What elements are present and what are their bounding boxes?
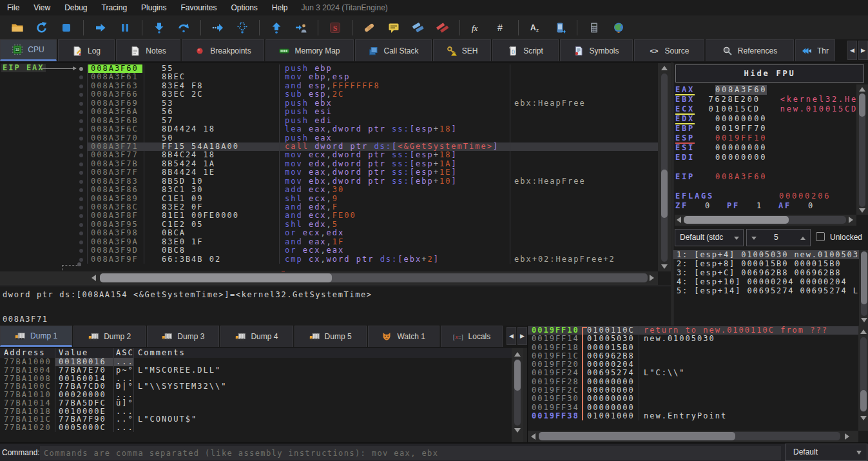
tab-locals[interactable]: [x=]Locals	[441, 326, 503, 347]
step-into-button[interactable]	[153, 21, 166, 34]
tab-scroll-right-button[interactable]: ▶	[858, 41, 868, 60]
stack-row[interactable]: 0019FF3400000000	[528, 404, 858, 412]
breakpoint-gutter[interactable]	[76, 99, 87, 108]
run-to-user-code-button[interactable]	[294, 21, 307, 34]
tab-source[interactable]: <>Source	[634, 39, 704, 61]
dump-row[interactable]: 77BA100477BA7E70p~°wL"MSCOREE.DLL"	[0, 366, 512, 375]
tab-seh[interactable]: !SEH	[433, 39, 491, 61]
menu-file[interactable]: File	[0, 0, 26, 15]
labels-button[interactable]	[412, 21, 425, 34]
command-mode-select[interactable]: Default	[785, 444, 867, 461]
breakpoint-gutter[interactable]	[76, 134, 87, 142]
tab-dump-1[interactable]: Dump 1	[0, 326, 72, 347]
disasm-row[interactable]: 008A3F778B4C24 18mov ecx,dword ptr ss:[e…	[0, 151, 658, 159]
disasm-row[interactable]: 008A3F6B57push edi	[0, 117, 658, 125]
step-into-source-button[interactable]	[236, 21, 249, 34]
breakpoint-gutter[interactable]	[76, 90, 87, 99]
stop-button[interactable]	[60, 21, 73, 34]
disasm-row[interactable]: 008A3F6383E4 F8and esp,FFFFFFF8	[0, 82, 658, 90]
breakpoint-gutter[interactable]	[76, 108, 87, 116]
menu-view[interactable]: View	[26, 0, 57, 15]
register-row-eip[interactable]: EIP008A3F60	[675, 172, 858, 182]
open-file-button[interactable]	[11, 21, 24, 34]
arguments-vertical-scrollbar[interactable]	[859, 250, 868, 326]
breakpoint-gutter[interactable]	[76, 195, 87, 203]
argument-row[interactable]: 2: [esp+8] 000015B0 000015B0	[673, 259, 859, 268]
disasm-row[interactable]: 008A3F6C8D4424 18lea eax,dword ptr ss:[e…	[0, 125, 658, 133]
breakpoint-gutter[interactable]	[76, 125, 87, 133]
stack-row[interactable]: 0019FF2800000000	[528, 378, 858, 386]
breakpoint-gutter[interactable]	[76, 151, 87, 159]
disasm-row[interactable]: 008A3F8F81E1 00FE0000and ecx,FE00	[0, 211, 658, 220]
menu-options[interactable]: Options	[224, 0, 264, 15]
disasm-row[interactable]: 008A3F95C1E2 05shl edx,5	[0, 221, 658, 229]
registers-horizontal-scrollbar[interactable]	[675, 215, 856, 226]
stack-row[interactable]: 0019FF18000015B0	[528, 344, 858, 352]
disasm-row[interactable]: 008A3F7050push eax	[0, 134, 658, 142]
disasm-row[interactable]: 008A3F7F8B4424 1Emov eax,dword ptr ss:[e…	[0, 168, 658, 177]
breakpoint-gutter[interactable]	[76, 160, 87, 168]
restart-button[interactable]	[35, 21, 48, 34]
disasm-row[interactable]: 008A3F8683C1 30add ecx,30	[0, 186, 658, 194]
disasm-row[interactable]: 008A3F6953push ebxebx:HeapFree	[0, 99, 658, 108]
stack-row[interactable]: 0019FF3801001000new.EntryPoint	[528, 412, 858, 420]
patches-button[interactable]	[363, 21, 376, 34]
menu-plugins[interactable]: Plugins	[134, 0, 173, 15]
register-row-ecx[interactable]: ECX010015CDnew.010015CD	[675, 104, 858, 114]
register-row-ebp[interactable]: EBP0019FF70	[675, 124, 858, 133]
stack-row[interactable]: 0019FF100100110Creturn to new.0100110C f…	[528, 326, 858, 335]
tab-dump-5[interactable]: Dump 5	[294, 326, 367, 347]
run-button[interactable]	[94, 21, 107, 34]
tab-script[interactable]: ()Script	[492, 39, 559, 61]
run-trace-button[interactable]	[211, 21, 224, 34]
execute-till-return-button[interactable]	[270, 21, 283, 34]
dump-tab-scroll-left-button[interactable]: ◀	[506, 327, 516, 345]
functions-button[interactable]: fx	[470, 21, 483, 34]
tab-breakpoints[interactable]: Breakpoints	[182, 39, 264, 61]
register-row-ebx[interactable]: EBX7628E200<kernel32.He	[675, 95, 858, 104]
breakpoint-gutter[interactable]	[76, 211, 87, 220]
register-row-esp[interactable]: ESP0019FF10	[675, 133, 858, 143]
tab-references[interactable]: References	[706, 39, 794, 61]
internet-button[interactable]	[612, 21, 625, 34]
register-row-esi[interactable]: ESI00000000	[675, 143, 858, 153]
hide-fpu-button[interactable]: Hide FPU	[675, 64, 864, 83]
disasm-row[interactable]: 008A3F618BECmov ebp,esp	[0, 73, 658, 81]
bookmarks-button[interactable]	[436, 21, 449, 34]
argument-count-spinner[interactable]: 5	[746, 229, 811, 246]
calculator-button[interactable]	[588, 21, 601, 34]
stack-vertical-scrollbar[interactable]	[858, 326, 868, 431]
comment-button[interactable]	[387, 21, 400, 34]
dump-vertical-scrollbar[interactable]	[512, 348, 523, 442]
command-input[interactable]	[40, 446, 781, 460]
breakpoint-gutter[interactable]	[76, 82, 87, 90]
dump-row[interactable]: 77BA100000180016....	[0, 358, 512, 366]
dump-row[interactable]: 77BA101000020000....	[0, 391, 512, 399]
breakpoint-gutter[interactable]	[76, 221, 87, 229]
disasm-row[interactable]: 008A3F9F66:3B4B 02cmp cx,word ptr ds:[eb…	[0, 255, 658, 264]
breakpoint-gutter[interactable]	[76, 73, 87, 81]
disasm-row[interactable]: 008A3F6055push ebp	[0, 64, 658, 73]
stack-row[interactable]: 0019FF1401005030new.01005030	[528, 335, 858, 343]
pause-button[interactable]	[119, 21, 131, 34]
stack-row[interactable]: 0019FF1C006962B8	[528, 352, 858, 360]
disasm-row[interactable]: 008A3F9D0BC8or ecx,eax	[0, 246, 658, 255]
breakpoint-gutter[interactable]	[76, 142, 87, 151]
disasm-vertical-scrollbar[interactable]	[658, 63, 671, 271]
calling-convention-select[interactable]: Default (stdc	[675, 229, 744, 246]
disasm-row[interactable]: 008A3F9A83E0 1Fand eax,1F	[0, 238, 658, 246]
menu-help[interactable]: Help	[265, 0, 295, 15]
tab-call-stack[interactable]: Call Stack	[355, 39, 432, 61]
dump-tab-scroll-right-button[interactable]: ▶	[517, 327, 527, 345]
breakpoint-gutter[interactable]	[76, 229, 87, 237]
stack-row[interactable]: 0019FF2000000204	[528, 360, 858, 369]
disasm-row[interactable]: 008A3F838B5D 10mov ebx,dword ptr ss:[ebp…	[0, 177, 658, 186]
tab-notes[interactable]: Notes	[116, 39, 180, 61]
stack-row[interactable]: 0019FF2400695274L"C:\\"	[528, 369, 858, 377]
breakpoint-gutter[interactable]	[76, 117, 87, 125]
menu-favourites[interactable]: Favourites	[173, 0, 224, 15]
stack-row[interactable]: 0019FF2C00000000	[528, 386, 858, 395]
disasm-row[interactable]: 008A3F6683EC 2Csub esp,2C	[0, 90, 658, 99]
register-row-edi[interactable]: EDI00000000	[675, 153, 858, 162]
register-row-eflags[interactable]: EFLAGS00000206	[675, 191, 858, 201]
